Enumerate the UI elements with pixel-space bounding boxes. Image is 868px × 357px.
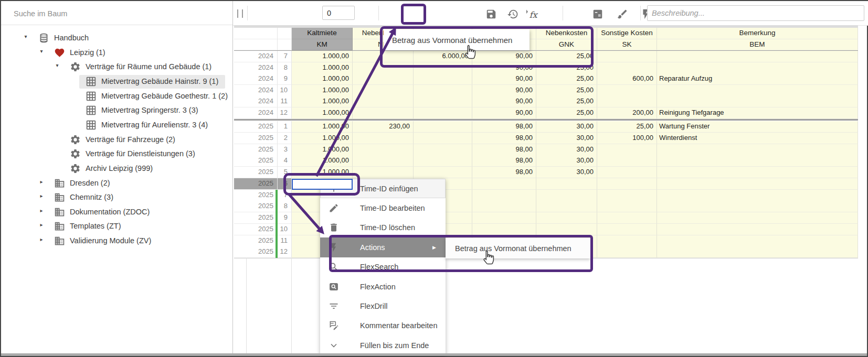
row-header-cell[interactable]: 2024 (234, 51, 278, 62)
cell-edit-box[interactable] (292, 179, 353, 190)
sidebar-item-8[interactable]: Verträge für Fahrzeuge (2) (1, 133, 232, 147)
grid-cell-gnk[interactable]: 25,00 (536, 51, 597, 62)
row-header-cell[interactable]: 9 (278, 212, 292, 224)
grid-cell-c6[interactable]: 98,00 (472, 121, 536, 133)
menu-item-flexdrill[interactable]: FlexDrill (320, 296, 446, 316)
grid-cell-km[interactable]: 1.000,00 (292, 155, 353, 167)
grid-cell-c6[interactable]: 98,00 (472, 133, 536, 144)
grid-cell-sk[interactable] (597, 167, 657, 178)
row-header-cell[interactable]: 2025 (234, 190, 278, 201)
row-header-cell[interactable]: 11 (278, 96, 292, 107)
cell-value-input[interactable] (322, 6, 355, 20)
grid-cell-bem[interactable] (657, 85, 858, 96)
grid-cell-sk[interactable] (597, 51, 657, 62)
grid-cell-c6[interactable] (472, 201, 536, 212)
save-button[interactable] (485, 8, 497, 20)
row-header-cell[interactable]: 2025 (234, 121, 278, 133)
grid-cell-c5[interactable] (414, 167, 472, 178)
row-header-cell[interactable]: 10 (278, 224, 292, 235)
grid-cell-c5[interactable] (414, 73, 472, 85)
menu-item-actions[interactable]: Actions▶ (320, 237, 446, 257)
grid-cell-km[interactable]: 1.000,00 (292, 62, 353, 74)
sidebar-item-3[interactable]: ▾Verträge für Räume und Gebäude (1) (1, 60, 232, 74)
grid-cell-nk[interactable] (353, 144, 414, 156)
grid-cell-bem[interactable] (657, 51, 858, 62)
grid-cell-nk[interactable] (353, 107, 414, 119)
grid-cell-bem[interactable]: Reinigung Tiefgarage (657, 107, 858, 119)
grid-cell-sk[interactable] (597, 144, 657, 156)
sidebar-item-11[interactable]: ▸Dresden (2) (1, 177, 232, 191)
sidebar-item-15[interactable]: ▸Validierung Module (ZV) (1, 234, 232, 248)
row-header-cell[interactable]: 2025 (234, 212, 278, 224)
row-header-cell[interactable]: 6 (278, 178, 292, 190)
grid-cell-bem[interactable] (657, 224, 858, 235)
row-header-cell[interactable]: 2025 (234, 224, 278, 235)
sidebar-item-14[interactable]: ▸Templates (ZT) (1, 220, 232, 234)
grid-cell-c6[interactable] (472, 224, 536, 235)
grid-cell-c5[interactable] (414, 85, 472, 96)
sidebar-item-4[interactable]: Mietvertrag Gebäude Hainstr. 9 (1) (1, 75, 232, 89)
row-header-cell[interactable]: 9 (278, 73, 292, 85)
grid-cell-gnk[interactable] (536, 212, 597, 224)
grid-cell-sk[interactable] (597, 246, 657, 258)
formula-button[interactable]: fx (525, 8, 541, 20)
grid-cell-c6[interactable] (472, 212, 536, 224)
caret-down-icon[interactable]: ▾ (22, 34, 30, 39)
tooltip-item[interactable]: Betrag aus Vormonat übernehmen (384, 36, 512, 45)
grid-cell-nk[interactable] (353, 51, 414, 62)
grid-cell-c6[interactable] (472, 178, 536, 190)
grid-cell-nk[interactable] (353, 155, 414, 167)
grid-cell-nk[interactable] (353, 167, 414, 178)
row-header-cell[interactable]: 2024 (234, 73, 278, 85)
grid-cell-bem[interactable] (657, 246, 858, 258)
row-header-cell[interactable]: 1 (278, 121, 292, 133)
grid-cell-sk[interactable] (597, 85, 657, 96)
format-painter-button[interactable] (616, 8, 629, 20)
column-header-year[interactable] (234, 28, 278, 39)
grid-cell-gnk[interactable] (536, 224, 597, 235)
grid-cell-km[interactable]: 1.000,00 (292, 73, 353, 85)
grid-cell-bem[interactable] (657, 212, 858, 224)
grid-cell-nk[interactable] (353, 73, 414, 85)
tree-search-input[interactable] (13, 6, 219, 21)
column-header-SK[interactable]: Sonstige Kosten (597, 28, 657, 39)
grid-cell-nk[interactable]: 230,00 (353, 121, 414, 133)
grid-cell-km[interactable]: 1.000,00 (292, 133, 353, 144)
grid-cell-km[interactable]: 1.000,00 (292, 121, 353, 133)
panel-drag-handle[interactable] (237, 9, 243, 18)
sidebar-item-1[interactable]: ▾Handbuch (1, 31, 232, 46)
grid-cell-bem[interactable]: Wartung Fenster (657, 121, 858, 133)
grid-cell-c6[interactable]: 90,00 (472, 96, 536, 107)
row-header-cell[interactable]: 2025 (234, 167, 278, 178)
row-header-cell[interactable]: 12 (278, 246, 292, 258)
sidebar-item-2[interactable]: ▾Leipzig (1) (1, 46, 232, 60)
grid-cell-gnk[interactable]: 25,00 (536, 107, 597, 119)
grid-cell-c6[interactable]: 90,00 (472, 85, 536, 96)
grid-cell-bem[interactable] (657, 144, 858, 156)
grid-cell-bem[interactable] (657, 62, 858, 74)
grid-cell-nk[interactable] (353, 62, 414, 74)
grid-cell-sk[interactable]: 600,00 (597, 73, 657, 85)
grid-cell-sk[interactable]: 200,00 (597, 107, 657, 119)
column-header-KM-code[interactable]: KM (292, 39, 353, 50)
menu-item-flexsearch[interactable]: FlexSearch (320, 257, 446, 277)
column-header-GNK[interactable]: Nebenkosten (536, 28, 597, 39)
row-header-cell[interactable]: 10 (278, 85, 292, 96)
grid-cell-sk[interactable] (597, 224, 657, 235)
grid-cell-sk[interactable]: 100,00 (597, 133, 657, 144)
grid-cell-c5[interactable] (414, 62, 472, 74)
grid-cell-bem[interactable] (657, 178, 858, 190)
row-header-cell[interactable]: 11 (278, 235, 292, 247)
row-header-cell[interactable]: 7 (278, 190, 292, 201)
grid-cell-km[interactable]: 1.000,00 (292, 51, 353, 62)
grid-cell-bem[interactable]: Reparatur Aufzug (657, 73, 858, 85)
grid-cell-km[interactable]: 1.000,00 (292, 107, 353, 119)
row-header-cell[interactable]: 2025 (234, 144, 278, 156)
grid-cell-bem[interactable] (657, 201, 858, 212)
grid-cell-gnk[interactable]: 30,00 (536, 121, 597, 133)
grid-cell-c5[interactable] (414, 121, 472, 133)
submenu-item[interactable]: Betrag aus Vormonat übernehmen (446, 244, 571, 253)
row-header-cell[interactable]: 2024 (234, 96, 278, 107)
column-header-year-code[interactable] (234, 39, 278, 50)
calculator-button[interactable] (591, 8, 604, 20)
